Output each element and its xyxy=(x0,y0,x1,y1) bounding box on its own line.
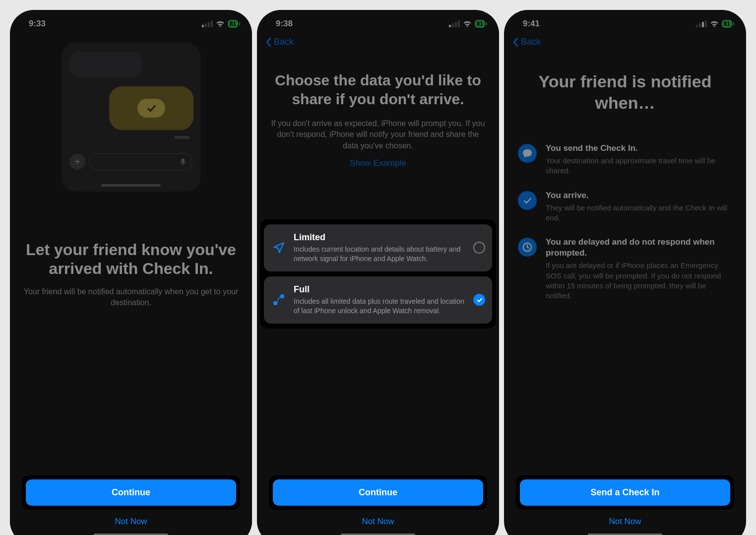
mic-icon xyxy=(179,157,187,167)
screen-choose-data: 9:38 81 Back Choose the data you'd like … xyxy=(257,10,499,535)
route-icon xyxy=(271,292,287,308)
status-time: 9:38 xyxy=(276,19,293,29)
message-bubble-icon xyxy=(518,144,537,163)
not-now-button[interactable]: Not Now xyxy=(115,517,147,527)
continue-button[interactable]: Continue xyxy=(273,479,483,506)
option-limited[interactable]: Limited Includes current location and de… xyxy=(264,224,492,271)
chevron-left-icon xyxy=(265,37,272,47)
page-subtitle: Your friend will be notified automatical… xyxy=(22,286,240,309)
show-example-link[interactable]: Show Example xyxy=(269,158,487,168)
screen-intro: 9:33 81 + xyxy=(10,10,252,535)
messages-illustration: + xyxy=(62,43,200,192)
radio-selected xyxy=(473,294,485,306)
info-item-arrive: You arrive. They will be notified automa… xyxy=(518,190,732,223)
option-full[interactable]: Full Includes all limited data plus rout… xyxy=(264,276,492,324)
option-desc: Includes current location and details ab… xyxy=(294,245,466,264)
cellular-icon xyxy=(696,20,707,27)
battery-indicator: 81 xyxy=(475,20,485,28)
status-bar: 9:38 81 xyxy=(257,10,499,33)
clock-icon xyxy=(518,238,537,257)
checkmark-circle-icon xyxy=(518,191,537,210)
page-title: Let your friend know you've arrived with… xyxy=(22,240,240,278)
back-button[interactable]: Back xyxy=(257,33,499,51)
checkmark-icon xyxy=(137,99,165,118)
wifi-icon xyxy=(216,20,225,27)
wifi-icon xyxy=(710,20,719,27)
info-item-send: You send the Check In. Your destination … xyxy=(518,143,732,176)
info-item-delayed: You are delayed and do not respond when … xyxy=(518,237,732,301)
send-check-in-button[interactable]: Send a Check In xyxy=(520,479,730,506)
screen-notified-when: 9:41 81 Back Your friend is notified whe… xyxy=(504,10,746,535)
status-bar: 9:41 81 xyxy=(504,10,746,33)
message-input-illustration xyxy=(89,153,192,170)
option-desc: Includes all limited data plus route tra… xyxy=(294,297,466,316)
cellular-icon xyxy=(202,20,213,27)
chevron-left-icon xyxy=(512,37,519,47)
status-time: 9:33 xyxy=(29,19,46,29)
back-button[interactable]: Back xyxy=(504,33,746,51)
not-now-button[interactable]: Not Now xyxy=(609,517,641,527)
battery-indicator: 81 xyxy=(228,20,238,28)
battery-indicator: 81 xyxy=(722,20,732,28)
page-title: Your friend is notified when… xyxy=(516,71,734,113)
page-title: Choose the data you'd like to share if y… xyxy=(269,71,487,108)
wifi-icon xyxy=(463,20,472,27)
not-now-button[interactable]: Not Now xyxy=(362,517,394,527)
location-arrow-icon xyxy=(271,240,287,256)
page-subtitle: If you don't arrive as expected, iPhone … xyxy=(269,118,487,151)
plus-icon: + xyxy=(69,154,85,170)
status-bar: 9:33 81 xyxy=(10,10,252,33)
status-time: 9:41 xyxy=(523,19,540,29)
continue-button[interactable]: Continue xyxy=(26,479,236,506)
cellular-icon xyxy=(449,20,460,27)
radio-unselected xyxy=(473,242,485,254)
option-title: Full xyxy=(294,284,466,295)
option-title: Limited xyxy=(294,232,466,243)
